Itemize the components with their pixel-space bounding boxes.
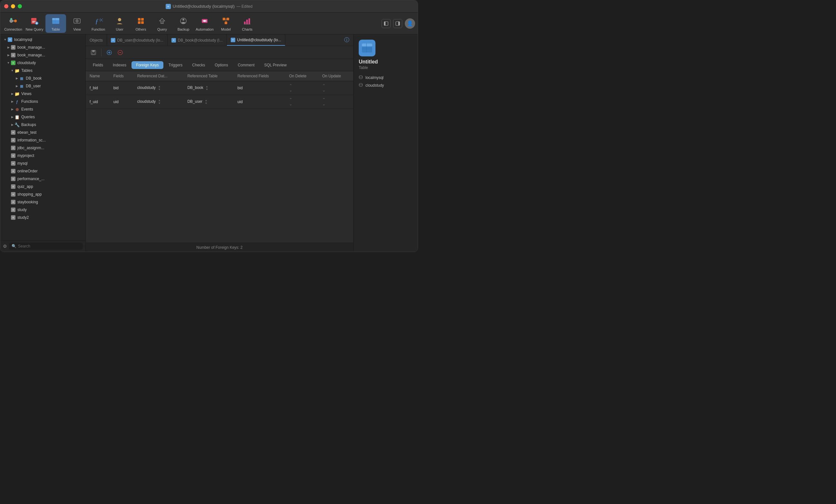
label-myproject: myproject	[17, 153, 34, 158]
user-avatar[interactable]: 👤	[405, 18, 415, 29]
svg-text:ƒ: ƒ	[95, 17, 99, 25]
delete-button[interactable]	[116, 48, 125, 57]
sidebar-item-queries[interactable]: ▶ 📋 Queries	[0, 113, 86, 121]
toolbar-charts[interactable]: Charts	[237, 14, 258, 33]
cell-on-delete-0[interactable]: ⌃⌄	[285, 81, 318, 95]
icon-views: 📁	[15, 91, 20, 96]
sidebar-item-functions[interactable]: ▶ ƒ Functions	[0, 98, 86, 105]
subtab-options-label: Options	[215, 63, 228, 67]
sidebar-item-mysql[interactable]: ≡ mysql	[0, 159, 86, 167]
subtab-triggers-label: Triggers	[169, 63, 183, 67]
cell-name-0: f_bid	[86, 81, 110, 95]
sidebar-item-db-user[interactable]: ▶ ▦ DB_user	[0, 82, 86, 90]
col-ref-table: Referenced Table	[183, 71, 233, 81]
subtab-indexes[interactable]: Indexes	[108, 61, 131, 69]
cell-ref-db-0[interactable]: cloudstudy ▲▼	[133, 81, 184, 95]
subtab-triggers[interactable]: Triggers	[164, 61, 187, 69]
toolbar-query[interactable]: Query	[152, 14, 172, 33]
table-row[interactable]: f_bid bid cloudstudy ▲▼ DB_book ▲▼ bid ⌃…	[86, 81, 353, 95]
sidebar-item-backups[interactable]: ▶ 🔧 Backups	[0, 121, 86, 129]
fullscreen-button[interactable]	[18, 4, 22, 8]
sidebar-item-study2[interactable]: ≡ study2	[0, 214, 86, 221]
sidebar-item-book-manage1[interactable]: ▶ ≡ book_manage...	[0, 43, 86, 51]
toolbar-table[interactable]: Table	[45, 14, 66, 33]
col-fields: Fields	[110, 71, 133, 81]
info-button[interactable]: ⓘ	[340, 35, 353, 46]
sidebar-item-quiz-app[interactable]: ≡ quiz_app	[0, 183, 86, 191]
label-study2: study2	[17, 215, 29, 220]
tab-untitled[interactable]: ≡ Untitled@cloudstudy (lo...	[227, 35, 286, 46]
sidebar-item-cloudstudy[interactable]: ▼ ≡ cloudstudy	[0, 59, 86, 67]
sidebar-item-ebean-test[interactable]: ≡ ebean_test	[0, 129, 86, 136]
cell-on-update-0[interactable]: ⌃⌄	[318, 81, 353, 95]
svg-point-3	[10, 18, 12, 20]
toolbar-model[interactable]: Model	[215, 14, 236, 33]
sidebar-item-staybooking[interactable]: ≡ staybooking	[0, 198, 86, 206]
sidebar-item-localmysql[interactable]: ▼ ≡ localmysql	[0, 36, 86, 43]
minimize-button[interactable]	[11, 4, 15, 8]
filter-icon[interactable]: ⚙	[3, 244, 7, 249]
toolbar-others[interactable]: Others	[131, 14, 151, 33]
toolbar-backup[interactable]: Backup	[173, 14, 194, 33]
sidebar-item-views[interactable]: ▶ 📁 Views	[0, 90, 86, 98]
titlebar: ≡ Untitled@cloudstudy (localmysql) — Edi…	[0, 0, 418, 13]
toolbar-new-query[interactable]: New Query	[24, 14, 45, 33]
svg-rect-39	[246, 20, 248, 24]
svg-point-60	[359, 83, 363, 85]
label-tables-folder: Tables	[21, 68, 33, 73]
cell-on-delete-1[interactable]: ⌃⌄	[285, 95, 318, 109]
label-backups: Backups	[21, 122, 36, 127]
cell-ref-db-1[interactable]: cloudstudy ▲▼	[133, 95, 184, 109]
tab-db-book[interactable]: ≡ DB_book@cloudstudy (l...	[168, 35, 227, 46]
subtab-foreign-keys[interactable]: Foreign Keys	[132, 61, 164, 69]
toolbar-function[interactable]: ƒ (x) Function	[88, 14, 109, 33]
toolbar-connection[interactable]: Connection	[3, 14, 23, 33]
label-db-book: DB_book	[26, 76, 42, 81]
tab-db-user[interactable]: ≡ DB_user@cloudstudy (lo...	[107, 35, 168, 46]
tab-objects[interactable]: Objects	[86, 35, 107, 46]
svg-rect-35	[225, 22, 227, 24]
sidebar-item-jdbc-assignm[interactable]: ≡ jdbc_assignm...	[0, 144, 86, 152]
subtab-comment[interactable]: Comment	[233, 61, 259, 69]
ref-db-arrow-1: ▲▼	[158, 99, 160, 105]
sidebar-item-shopping-app[interactable]: ≡ shopping_app	[0, 191, 86, 198]
sidebar-item-tables-folder[interactable]: ▼ 📁 Tables	[0, 67, 86, 74]
sidebar-item-performance[interactable]: ≡ performance_...	[0, 175, 86, 183]
label-db-user: DB_user	[26, 84, 41, 88]
toolbar-user[interactable]: User	[109, 14, 130, 33]
subtab-options[interactable]: Options	[210, 61, 232, 69]
sidebar-item-book-manage2[interactable]: ▶ ≡ book_manage...	[0, 51, 86, 59]
cell-ref-table-0[interactable]: DB_book ▲▼	[183, 81, 233, 95]
automation-label: Automation	[196, 27, 214, 31]
sidebar-item-events[interactable]: ▶ ⊕ Events	[0, 105, 86, 113]
table-row[interactable]: f_uid uid cloudstudy ▲▼ DB_user ▲▼ uid ⌃…	[86, 95, 353, 109]
sidebar-toggle-right[interactable]	[393, 19, 402, 28]
icon-performance: ≡	[11, 176, 16, 181]
cell-on-update-1[interactable]: ⌃⌄	[318, 95, 353, 109]
icon-quiz-app: ≡	[11, 184, 16, 189]
sidebar-item-db-book[interactable]: ▶ ▦ DB_book	[0, 74, 86, 82]
svg-point-27	[183, 19, 184, 21]
arrow-book-manage2: ▶	[6, 53, 11, 57]
subtab-fields[interactable]: Fields	[88, 61, 108, 69]
sidebar-item-study[interactable]: ≡ study	[0, 206, 86, 214]
table-label: Table	[52, 27, 60, 31]
subtab-sql-preview[interactable]: SQL Preview	[260, 61, 291, 69]
sidebar-item-online-order[interactable]: ≡ onlineOrder	[0, 167, 86, 175]
view-toolbar-icon	[72, 16, 82, 26]
search-input[interactable]	[18, 244, 80, 249]
subtab-checks[interactable]: Checks	[188, 61, 209, 69]
sidebar-toggle-left[interactable]	[382, 19, 391, 28]
toolbar-view[interactable]: View	[67, 14, 87, 33]
add-button[interactable]	[105, 48, 114, 57]
save-button[interactable]	[89, 48, 98, 57]
cell-ref-table-1[interactable]: DB_user ▲▼	[183, 95, 233, 109]
sidebar-item-information-sc[interactable]: ≡ information_sc...	[0, 136, 86, 144]
sidebar-item-myproject[interactable]: ≡ myproject	[0, 152, 86, 159]
toolbar-automation[interactable]: Automation	[194, 14, 215, 33]
ref-table-arrow-1: ▲▼	[205, 99, 207, 105]
close-button[interactable]	[4, 4, 8, 8]
panel-row-db2: cloudstudy	[359, 83, 413, 88]
toolbar2-sep1	[101, 49, 101, 56]
content-area: Objects ≡ DB_user@cloudstudy (lo... ≡ DB…	[86, 35, 353, 252]
